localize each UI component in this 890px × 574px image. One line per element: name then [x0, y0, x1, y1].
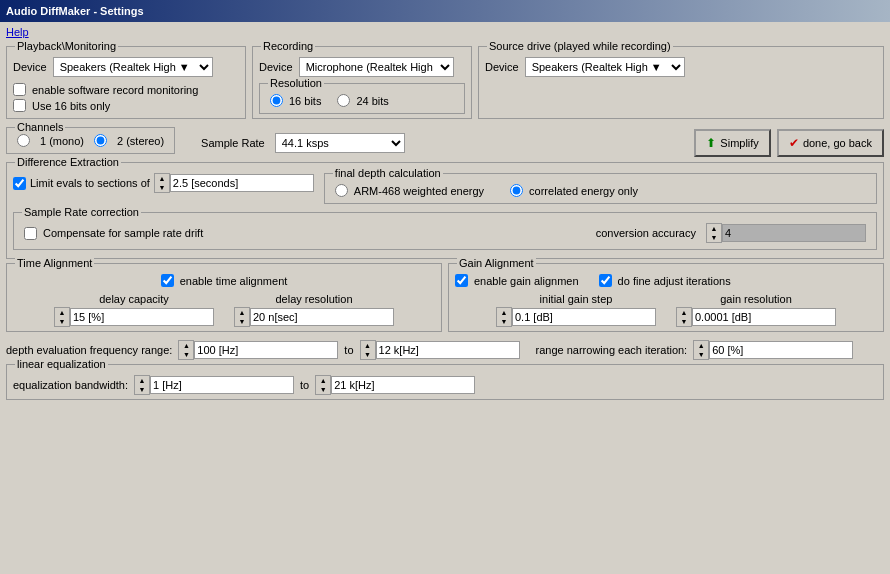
- playback-group: Playback\Monitoring Device Speakers (Rea…: [6, 46, 246, 119]
- eq-bandwidth-label: equalization bandwidth:: [13, 379, 128, 391]
- eq-to-input[interactable]: [331, 376, 475, 394]
- use-16bits-label: Use 16 bits only: [32, 100, 110, 112]
- delay-capacity-label: delay capacity: [99, 293, 169, 305]
- enable-software-checkbox[interactable]: [13, 83, 26, 96]
- resolution-16-radio[interactable]: [270, 94, 283, 107]
- bits24-label: 24 bits: [356, 95, 388, 107]
- playback-device-label: Device: [13, 61, 47, 73]
- eq-bandwidth-up-btn[interactable]: ▲: [135, 376, 149, 385]
- gain-resolution-spinner: ▲ ▼: [676, 307, 836, 327]
- sample-rate-select[interactable]: 44.1 ksps: [275, 133, 405, 153]
- resolution-24-radio[interactable]: [337, 94, 350, 107]
- fine-adjust-checkbox[interactable]: [599, 274, 612, 287]
- arm468-label: ARM-468 weighted energy: [354, 185, 484, 197]
- delay-capacity-spinner: ▲ ▼: [54, 307, 214, 327]
- delay-capacity-down-btn[interactable]: ▼: [55, 317, 69, 326]
- use-16bits-checkbox[interactable]: [13, 99, 26, 112]
- help-link[interactable]: Help: [6, 26, 29, 38]
- final-depth-group: final depth calculation ARM-468 weighted…: [324, 173, 877, 204]
- enable-gain-align-checkbox[interactable]: [455, 274, 468, 287]
- range-narrow-down-btn[interactable]: ▼: [694, 350, 708, 359]
- eq-to-up-btn[interactable]: ▲: [316, 376, 330, 385]
- depth-to-up-btn[interactable]: ▲: [361, 341, 375, 350]
- playback-title: Playback\Monitoring: [15, 40, 118, 52]
- eq-bandwidth-down-btn[interactable]: ▼: [135, 385, 149, 394]
- mono-label: 1 (mono): [40, 135, 84, 147]
- playback-device-select[interactable]: Speakers (Realtek High ▼: [53, 57, 213, 77]
- eq-to-down-btn[interactable]: ▼: [316, 385, 330, 394]
- conv-accuracy-input[interactable]: [722, 224, 866, 242]
- channels-group: Channels 1 (mono) 2 (stereo): [6, 127, 175, 154]
- compensate-checkbox[interactable]: [24, 227, 37, 240]
- depth-eval-label: depth evaluation frequency range:: [6, 344, 172, 356]
- initial-gain-label: initial gain step: [540, 293, 613, 305]
- delay-resolution-down-btn[interactable]: ▼: [235, 317, 249, 326]
- recording-title: Recording: [261, 40, 315, 52]
- channels-title: Channels: [15, 121, 65, 133]
- done-button[interactable]: ✔ done, go back: [777, 129, 884, 157]
- sample-rate-corr-title: Sample Rate correction: [22, 206, 141, 218]
- simplify-arrow-icon: ⬆: [706, 136, 716, 150]
- range-narrow-spinner: ▲ ▼: [693, 340, 853, 360]
- initial-gain-up-btn[interactable]: ▲: [497, 308, 511, 317]
- correlated-label: correlated energy only: [529, 185, 638, 197]
- gain-resolution-down-btn[interactable]: ▼: [677, 317, 691, 326]
- depth-from-up-btn[interactable]: ▲: [179, 341, 193, 350]
- simplify-button[interactable]: ⬆ Simplify: [694, 129, 771, 157]
- gain-resolution-input[interactable]: [692, 308, 836, 326]
- initial-gain-col: initial gain step ▲ ▼: [496, 293, 656, 327]
- time-alignment-title: Time Alignment: [15, 257, 94, 269]
- recording-device-label: Device: [259, 61, 293, 73]
- recording-device-select[interactable]: Microphone (Realtek High ▼: [299, 57, 454, 77]
- main-content: Help Playback\Monitoring Device Speakers…: [0, 22, 890, 574]
- depth-from-down-btn[interactable]: ▼: [179, 350, 193, 359]
- initial-gain-spinner: ▲ ▼: [496, 307, 656, 327]
- depth-from-input[interactable]: [194, 341, 338, 359]
- source-drive-group: Source drive (played while recording) De…: [478, 46, 884, 119]
- range-narrow-label: range narrowing each iteration:: [536, 344, 688, 356]
- linear-eq-row: equalization bandwidth: ▲ ▼ to ▲ ▼: [13, 375, 877, 395]
- correlated-radio[interactable]: [510, 184, 523, 197]
- title-bar: Audio DiffMaker - Settings: [0, 0, 890, 22]
- delay-capacity-up-btn[interactable]: ▲: [55, 308, 69, 317]
- delay-resolution-input[interactable]: [250, 308, 394, 326]
- range-narrow-up-btn[interactable]: ▲: [694, 341, 708, 350]
- initial-gain-down-btn[interactable]: ▼: [497, 317, 511, 326]
- conv-accuracy-up-btn[interactable]: ▲: [707, 224, 721, 233]
- depth-eval-from-spinner: ▲ ▼: [178, 340, 338, 360]
- limit-evals-label: Limit evals to sections of: [30, 177, 150, 189]
- eq-to-label: to: [300, 379, 309, 391]
- enable-software-label: enable software record monitoring: [32, 84, 198, 96]
- limit-evals-down-btn[interactable]: ▼: [155, 183, 169, 192]
- mono-radio[interactable]: [17, 134, 30, 147]
- limit-evals-spinner-btns: ▲ ▼: [154, 173, 170, 193]
- depth-to-input[interactable]: [376, 341, 520, 359]
- gain-resolution-up-btn[interactable]: ▲: [677, 308, 691, 317]
- depth-to-down-btn[interactable]: ▼: [361, 350, 375, 359]
- source-device-select[interactable]: Speakers (Realtek High ▼: [525, 57, 685, 77]
- stereo-radio[interactable]: [94, 134, 107, 147]
- initial-gain-input[interactable]: [512, 308, 656, 326]
- enable-time-align-checkbox[interactable]: [161, 274, 174, 287]
- arm468-radio[interactable]: [335, 184, 348, 197]
- enable-time-align-label: enable time alignment: [180, 275, 288, 287]
- gain-alignment-title: Gain Alignment: [457, 257, 536, 269]
- stereo-label: 2 (stereo): [117, 135, 164, 147]
- top-panels: Playback\Monitoring Device Speakers (Rea…: [6, 46, 884, 123]
- limit-evals-up-btn[interactable]: ▲: [155, 174, 169, 183]
- alignment-row: Time Alignment enable time alignment del…: [6, 263, 884, 336]
- gain-resolution-col: gain resolution ▲ ▼: [676, 293, 836, 327]
- conv-accuracy-down-btn[interactable]: ▼: [707, 233, 721, 242]
- conv-accuracy-label: conversion accuracy: [596, 227, 696, 239]
- delay-resolution-label: delay resolution: [275, 293, 352, 305]
- limit-evals-checkbox[interactable]: [13, 177, 26, 190]
- delay-capacity-input[interactable]: [70, 308, 214, 326]
- gain-alignment-group: Gain Alignment enable gain alignmen do f…: [448, 263, 884, 332]
- limit-evals-input[interactable]: [170, 174, 314, 192]
- gain-resolution-label: gain resolution: [720, 293, 792, 305]
- eq-bandwidth-input[interactable]: [150, 376, 294, 394]
- depth-eval-row: depth evaluation frequency range: ▲ ▼ to…: [6, 340, 884, 360]
- eq-to-spinner: ▲ ▼: [315, 375, 475, 395]
- range-narrow-input[interactable]: [709, 341, 853, 359]
- delay-resolution-up-btn[interactable]: ▲: [235, 308, 249, 317]
